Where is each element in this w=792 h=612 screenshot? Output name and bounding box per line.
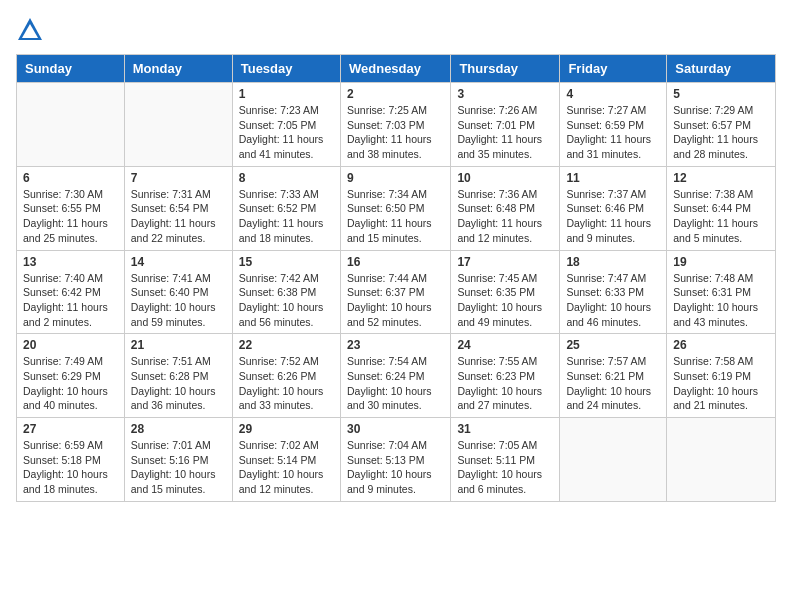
day-number: 3 <box>457 87 553 101</box>
day-info: Sunrise: 7:04 AMSunset: 5:13 PMDaylight:… <box>347 438 444 497</box>
calendar-cell: 1 Sunrise: 7:23 AMSunset: 7:05 PMDayligh… <box>232 83 340 167</box>
day-info: Sunrise: 7:02 AMSunset: 5:14 PMDaylight:… <box>239 438 334 497</box>
day-info: Sunrise: 7:34 AMSunset: 6:50 PMDaylight:… <box>347 187 444 246</box>
calendar-cell: 19 Sunrise: 7:48 AMSunset: 6:31 PMDaylig… <box>667 250 776 334</box>
calendar-cell: 3 Sunrise: 7:26 AMSunset: 7:01 PMDayligh… <box>451 83 560 167</box>
weekday-header-sunday: Sunday <box>17 55 125 83</box>
calendar-cell: 12 Sunrise: 7:38 AMSunset: 6:44 PMDaylig… <box>667 166 776 250</box>
calendar-cell: 26 Sunrise: 7:58 AMSunset: 6:19 PMDaylig… <box>667 334 776 418</box>
day-number: 1 <box>239 87 334 101</box>
calendar-cell <box>124 83 232 167</box>
calendar-cell: 27 Sunrise: 6:59 AMSunset: 5:18 PMDaylig… <box>17 418 125 502</box>
day-number: 22 <box>239 338 334 352</box>
day-info: Sunrise: 7:36 AMSunset: 6:48 PMDaylight:… <box>457 187 553 246</box>
day-info: Sunrise: 7:49 AMSunset: 6:29 PMDaylight:… <box>23 354 118 413</box>
day-info: Sunrise: 7:25 AMSunset: 7:03 PMDaylight:… <box>347 103 444 162</box>
day-info: Sunrise: 7:30 AMSunset: 6:55 PMDaylight:… <box>23 187 118 246</box>
day-number: 31 <box>457 422 553 436</box>
calendar-cell: 18 Sunrise: 7:47 AMSunset: 6:33 PMDaylig… <box>560 250 667 334</box>
day-info: Sunrise: 7:27 AMSunset: 6:59 PMDaylight:… <box>566 103 660 162</box>
day-info: Sunrise: 7:45 AMSunset: 6:35 PMDaylight:… <box>457 271 553 330</box>
calendar-week-3: 13 Sunrise: 7:40 AMSunset: 6:42 PMDaylig… <box>17 250 776 334</box>
day-number: 20 <box>23 338 118 352</box>
day-number: 6 <box>23 171 118 185</box>
day-number: 5 <box>673 87 769 101</box>
calendar-cell: 7 Sunrise: 7:31 AMSunset: 6:54 PMDayligh… <box>124 166 232 250</box>
calendar-cell: 17 Sunrise: 7:45 AMSunset: 6:35 PMDaylig… <box>451 250 560 334</box>
calendar-week-5: 27 Sunrise: 6:59 AMSunset: 5:18 PMDaylig… <box>17 418 776 502</box>
day-info: Sunrise: 7:54 AMSunset: 6:24 PMDaylight:… <box>347 354 444 413</box>
day-info: Sunrise: 7:38 AMSunset: 6:44 PMDaylight:… <box>673 187 769 246</box>
day-number: 28 <box>131 422 226 436</box>
day-number: 12 <box>673 171 769 185</box>
calendar-cell: 30 Sunrise: 7:04 AMSunset: 5:13 PMDaylig… <box>340 418 450 502</box>
weekday-header-friday: Friday <box>560 55 667 83</box>
weekday-header-thursday: Thursday <box>451 55 560 83</box>
day-number: 26 <box>673 338 769 352</box>
day-number: 4 <box>566 87 660 101</box>
calendar-cell: 10 Sunrise: 7:36 AMSunset: 6:48 PMDaylig… <box>451 166 560 250</box>
calendar-cell: 23 Sunrise: 7:54 AMSunset: 6:24 PMDaylig… <box>340 334 450 418</box>
calendar-cell: 28 Sunrise: 7:01 AMSunset: 5:16 PMDaylig… <box>124 418 232 502</box>
day-number: 25 <box>566 338 660 352</box>
logo-icon <box>16 16 44 44</box>
weekday-header-monday: Monday <box>124 55 232 83</box>
calendar-cell: 16 Sunrise: 7:44 AMSunset: 6:37 PMDaylig… <box>340 250 450 334</box>
calendar-cell: 2 Sunrise: 7:25 AMSunset: 7:03 PMDayligh… <box>340 83 450 167</box>
day-number: 24 <box>457 338 553 352</box>
day-number: 7 <box>131 171 226 185</box>
calendar-cell: 5 Sunrise: 7:29 AMSunset: 6:57 PMDayligh… <box>667 83 776 167</box>
day-info: Sunrise: 7:57 AMSunset: 6:21 PMDaylight:… <box>566 354 660 413</box>
calendar-cell: 11 Sunrise: 7:37 AMSunset: 6:46 PMDaylig… <box>560 166 667 250</box>
day-number: 14 <box>131 255 226 269</box>
calendar-cell: 31 Sunrise: 7:05 AMSunset: 5:11 PMDaylig… <box>451 418 560 502</box>
calendar-cell <box>667 418 776 502</box>
day-number: 9 <box>347 171 444 185</box>
day-number: 10 <box>457 171 553 185</box>
day-number: 27 <box>23 422 118 436</box>
day-info: Sunrise: 7:52 AMSunset: 6:26 PMDaylight:… <box>239 354 334 413</box>
calendar-week-4: 20 Sunrise: 7:49 AMSunset: 6:29 PMDaylig… <box>17 334 776 418</box>
day-number: 8 <box>239 171 334 185</box>
day-number: 16 <box>347 255 444 269</box>
calendar-cell: 21 Sunrise: 7:51 AMSunset: 6:28 PMDaylig… <box>124 334 232 418</box>
day-info: Sunrise: 7:55 AMSunset: 6:23 PMDaylight:… <box>457 354 553 413</box>
day-info: Sunrise: 7:23 AMSunset: 7:05 PMDaylight:… <box>239 103 334 162</box>
calendar-cell <box>560 418 667 502</box>
calendar-cell: 25 Sunrise: 7:57 AMSunset: 6:21 PMDaylig… <box>560 334 667 418</box>
day-info: Sunrise: 7:47 AMSunset: 6:33 PMDaylight:… <box>566 271 660 330</box>
calendar-cell: 24 Sunrise: 7:55 AMSunset: 6:23 PMDaylig… <box>451 334 560 418</box>
weekday-header-wednesday: Wednesday <box>340 55 450 83</box>
calendar-cell: 9 Sunrise: 7:34 AMSunset: 6:50 PMDayligh… <box>340 166 450 250</box>
calendar-cell <box>17 83 125 167</box>
day-info: Sunrise: 7:37 AMSunset: 6:46 PMDaylight:… <box>566 187 660 246</box>
day-info: Sunrise: 7:44 AMSunset: 6:37 PMDaylight:… <box>347 271 444 330</box>
day-number: 18 <box>566 255 660 269</box>
day-info: Sunrise: 7:58 AMSunset: 6:19 PMDaylight:… <box>673 354 769 413</box>
day-number: 17 <box>457 255 553 269</box>
weekday-header-saturday: Saturday <box>667 55 776 83</box>
day-info: Sunrise: 7:01 AMSunset: 5:16 PMDaylight:… <box>131 438 226 497</box>
day-info: Sunrise: 7:26 AMSunset: 7:01 PMDaylight:… <box>457 103 553 162</box>
day-number: 30 <box>347 422 444 436</box>
day-info: Sunrise: 7:48 AMSunset: 6:31 PMDaylight:… <box>673 271 769 330</box>
day-number: 23 <box>347 338 444 352</box>
calendar-table: SundayMondayTuesdayWednesdayThursdayFrid… <box>16 54 776 502</box>
day-number: 2 <box>347 87 444 101</box>
calendar-header-row: SundayMondayTuesdayWednesdayThursdayFrid… <box>17 55 776 83</box>
day-number: 11 <box>566 171 660 185</box>
day-info: Sunrise: 7:41 AMSunset: 6:40 PMDaylight:… <box>131 271 226 330</box>
calendar-cell: 14 Sunrise: 7:41 AMSunset: 6:40 PMDaylig… <box>124 250 232 334</box>
page-header <box>16 16 776 44</box>
calendar-cell: 20 Sunrise: 7:49 AMSunset: 6:29 PMDaylig… <box>17 334 125 418</box>
day-info: Sunrise: 7:05 AMSunset: 5:11 PMDaylight:… <box>457 438 553 497</box>
calendar-cell: 15 Sunrise: 7:42 AMSunset: 6:38 PMDaylig… <box>232 250 340 334</box>
day-number: 19 <box>673 255 769 269</box>
calendar-cell: 22 Sunrise: 7:52 AMSunset: 6:26 PMDaylig… <box>232 334 340 418</box>
calendar-cell: 4 Sunrise: 7:27 AMSunset: 6:59 PMDayligh… <box>560 83 667 167</box>
calendar-week-1: 1 Sunrise: 7:23 AMSunset: 7:05 PMDayligh… <box>17 83 776 167</box>
day-info: Sunrise: 7:40 AMSunset: 6:42 PMDaylight:… <box>23 271 118 330</box>
day-number: 13 <box>23 255 118 269</box>
logo <box>16 16 48 44</box>
calendar-cell: 13 Sunrise: 7:40 AMSunset: 6:42 PMDaylig… <box>17 250 125 334</box>
